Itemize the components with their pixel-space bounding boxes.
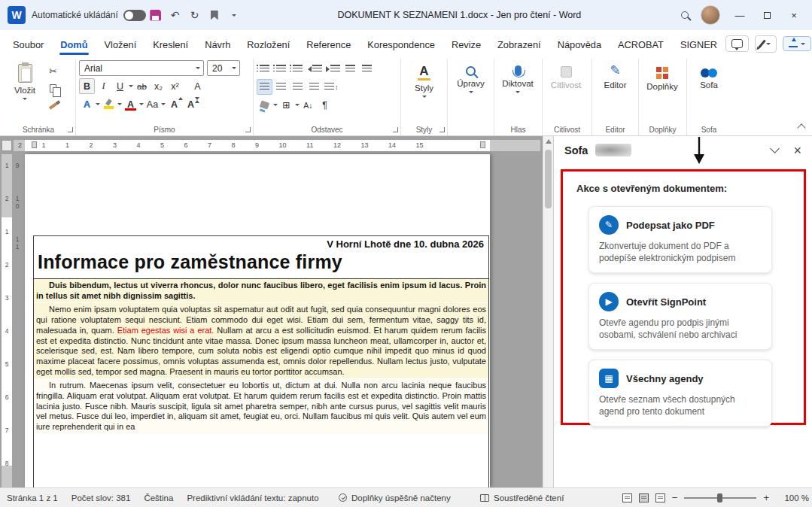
text-direction-rtl-button[interactable] <box>359 61 375 77</box>
numbering-button[interactable] <box>273 61 289 77</box>
tab-domu[interactable]: Domů <box>52 33 96 55</box>
vertical-ruler[interactable]: 1 2 1 2 3 4 5 6 7 8 9 10 11 <box>2 154 12 487</box>
horizontal-ruler[interactable]: 2 1 1 2 3 4 5 6 7 8 9 10 11 12 13 14 15 <box>14 140 540 151</box>
document-page[interactable]: V Horní Lhotě dne 10. dubna 2026 Informa… <box>25 154 490 487</box>
status-focus-mode[interactable]: Soustředěné čtení <box>480 488 564 507</box>
zoom-out-button[interactable]: − <box>672 492 678 503</box>
tab-zobrazeni[interactable]: Zobrazení <box>489 33 549 55</box>
tab-kresleni[interactable]: Kreslení <box>144 33 196 55</box>
web-layout-button[interactable] <box>655 493 665 502</box>
minimize-button[interactable]: — <box>726 4 753 26</box>
tab-navrh[interactable]: Návrh <box>196 33 239 55</box>
card-open-signpoint[interactable]: ▶ Otevřít SignPoint Otevře agendu pro po… <box>588 283 772 350</box>
collapse-ribbon-button[interactable] <box>797 123 805 132</box>
card-sign-as-pdf[interactable]: ✎ Podepsat jako PDF Zkonvertuje dokument… <box>588 206 772 273</box>
text-direction-ltr-button[interactable] <box>342 61 358 77</box>
scrollbar-thumb[interactable] <box>545 150 552 208</box>
sofa-ribbon-button[interactable]: Sofa <box>690 60 728 123</box>
tab-signer[interactable]: SIGNER <box>672 33 725 55</box>
paragraph-dialog-launcher[interactable] <box>393 127 398 132</box>
print-layout-button[interactable] <box>639 493 649 502</box>
line-spacing-button[interactable]: ↕ <box>323 79 340 95</box>
share-button[interactable] <box>783 36 811 51</box>
font-dialog-launcher[interactable] <box>245 127 251 132</box>
document-scrollbar[interactable] <box>543 136 553 487</box>
avatar[interactable] <box>701 5 720 25</box>
clear-formatting-button[interactable]: A <box>190 78 205 94</box>
font-color-button[interactable]: A <box>123 96 138 112</box>
strikethrough-button[interactable]: ab <box>134 78 150 94</box>
align-center-button[interactable] <box>273 79 289 95</box>
shrink-font-button[interactable]: A <box>183 96 199 112</box>
styles-button[interactable]: A Styly <box>404 60 444 123</box>
cut-button[interactable]: ✂ <box>45 63 61 79</box>
increase-indent-button[interactable] <box>324 61 342 77</box>
copy-button[interactable] <box>45 80 61 96</box>
zoom-level[interactable]: 100 % <box>776 493 809 502</box>
addins-button[interactable]: Doplňky <box>642 60 683 123</box>
tab-napoveda[interactable]: Nápověda <box>549 33 610 55</box>
font-size-combo[interactable]: 20 <box>207 60 240 76</box>
borders-button[interactable]: ⊞ <box>278 97 294 113</box>
zoom-slider-thumb[interactable] <box>717 493 722 502</box>
bold-button[interactable]: B <box>79 78 95 94</box>
tab-soubor[interactable]: Soubor <box>5 33 52 55</box>
comments-button[interactable] <box>725 35 749 52</box>
subscript-button[interactable]: x₂ <box>151 78 166 94</box>
text-effects-button[interactable]: A <box>79 96 95 112</box>
status-predictive-text[interactable]: Prediktivní vkládání textu: zapnuto <box>180 493 325 502</box>
multilevel-list-button[interactable] <box>290 61 306 77</box>
indent-marker[interactable] <box>480 141 485 148</box>
editing-button[interactable]: Úpravy <box>451 60 491 123</box>
status-page-count[interactable]: Stránka 1 z 1 <box>0 493 65 502</box>
grow-font-button[interactable]: A <box>166 96 182 112</box>
autosave-toggle[interactable] <box>123 10 146 21</box>
justify-button[interactable] <box>306 79 322 95</box>
zoom-in-button[interactable]: + <box>763 492 769 503</box>
status-addins[interactable]: Doplňky úspěšně načteny <box>339 488 451 507</box>
undo-button[interactable]: ↶ <box>166 5 185 25</box>
pane-close-button[interactable]: × <box>793 145 801 156</box>
tab-rozlozeni[interactable]: Rozložení <box>239 33 298 55</box>
align-right-button[interactable] <box>290 79 306 95</box>
close-button[interactable]: × <box>780 4 807 26</box>
decrease-indent-button[interactable] <box>306 61 324 77</box>
zoom-slider[interactable] <box>684 497 756 499</box>
show-paragraph-marks-button[interactable]: ¶ <box>317 97 333 113</box>
tab-korespondence[interactable]: Korespondence <box>359 33 443 55</box>
tab-stop-selector[interactable] <box>2 140 12 151</box>
underline-button[interactable]: U <box>112 78 128 94</box>
card-all-agendas[interactable]: ▦ Všechny agendy Otevře seznam všech dos… <box>588 360 772 427</box>
status-language[interactable]: Čeština <box>137 493 180 502</box>
clipboard-dialog-launcher[interactable] <box>68 127 73 132</box>
editor-button[interactable]: ✎ Editor <box>595 60 635 123</box>
styles-dialog-launcher[interactable] <box>439 127 445 132</box>
paste-button[interactable]: Vložit <box>5 60 45 123</box>
indent-marker[interactable] <box>32 141 37 148</box>
font-name-combo[interactable]: Arial <box>79 60 204 76</box>
search-button[interactable] <box>675 5 695 25</box>
tab-reference[interactable]: Reference <box>298 33 359 55</box>
shading-button[interactable] <box>257 97 272 113</box>
align-left-button[interactable] <box>257 79 272 95</box>
tab-acrobat[interactable]: ACROBAT <box>610 33 672 55</box>
restore-button[interactable] <box>753 4 780 26</box>
read-mode-button[interactable] <box>622 493 632 502</box>
pane-collapse-icon[interactable] <box>771 144 780 153</box>
tab-revize[interactable]: Revize <box>443 33 489 55</box>
format-painter-button[interactable] <box>45 98 61 114</box>
bookmark-button[interactable] <box>205 5 224 25</box>
highlight-button[interactable] <box>101 96 117 112</box>
quick-access-more-button[interactable] <box>224 5 244 25</box>
tab-vlozeni[interactable]: Vložení <box>96 33 145 55</box>
change-case-button[interactable]: Aa <box>144 96 160 112</box>
bullets-button[interactable] <box>257 61 272 77</box>
editing-mode-button[interactable] <box>755 35 777 53</box>
dictate-button[interactable]: Diktovat <box>497 60 538 123</box>
superscript-button[interactable]: x² <box>167 78 183 94</box>
redo-button[interactable]: ↻ <box>185 5 205 25</box>
italic-button[interactable]: I <box>96 78 111 94</box>
save-button[interactable] <box>146 5 166 25</box>
status-word-count[interactable]: Počet slov: 381 <box>65 493 138 502</box>
sort-button[interactable]: A↓ <box>300 97 316 113</box>
